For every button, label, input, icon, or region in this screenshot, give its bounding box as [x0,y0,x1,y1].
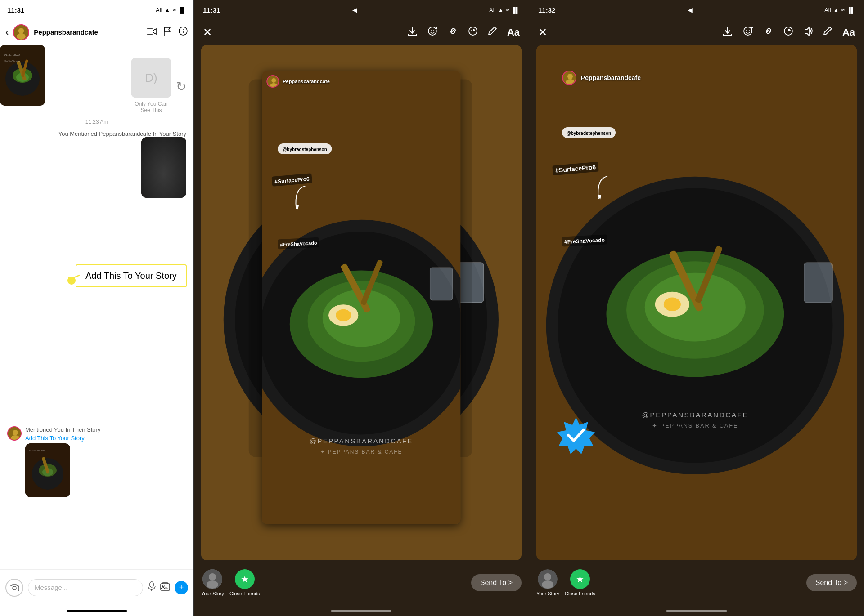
svg-text:✦ PEPPANS BAR & CAFE: ✦ PEPPANS BAR & CAFE [320,449,403,455]
story2-close-friends-label: Close Friends [565,591,595,596]
svg-point-73 [209,573,216,580]
story1-card-username: Peppansbarandcafe [283,79,330,84]
story1-network: All [489,7,495,13]
mic-icon[interactable] [148,581,156,594]
story1-status-icons: All ▲ ≈ ▐▌ [489,7,520,13]
story1-send-button[interactable]: Send To > [471,574,522,591]
story1-signal: ▲ [498,7,504,13]
dm-header: ‹ Peppansbarandcafe [0,20,194,45]
svg-text:@PEPPANSBARANDCAFE: @PEPPANSBARANDCAFE [642,411,748,419]
info-icon[interactable] [178,26,188,38]
story1-mention-tag: @bybradstephenson [278,143,332,154]
svg-point-33 [431,30,432,31]
story2-network: All [824,7,831,13]
svg-text:#SurfacePro6: #SurfacePro6 [29,449,45,452]
battery-icon: ▐▌ [178,7,186,13]
story-panel-1: 11:31 ◀ All ▲ ≈ ▐▌ ✕ A [194,0,529,616]
flag-icon[interactable] [164,27,171,38]
network-label: All [156,7,162,13]
story1-toolbar: ✕ Aa [194,20,529,45]
pen-icon-story2[interactable] [824,26,832,39]
story2-send-button[interactable]: Send To > [806,574,857,591]
sent-mention-thumbnail[interactable]: #SurfacePro6 #FreShaVocado [141,137,186,198]
story2-home-bar [666,610,727,612]
story2-avatar [562,71,576,85]
story2-toolbar: ✕ Aa [529,20,864,45]
your-story-avatar [202,569,222,589]
svg-point-31 [162,585,164,587]
text-tool-story2[interactable]: Aa [842,27,855,38]
back-button[interactable]: ‹ [5,27,9,38]
sticker-icon-story2[interactable] [783,26,794,39]
story2-time: 11:32 [538,6,555,14]
story1-close-friends[interactable]: ★ Close Friends [230,569,260,596]
refresh-icon[interactable]: ↻ [176,79,186,94]
home-indicator [0,605,194,616]
close-friends-label: Close Friends [230,591,260,596]
message-input[interactable]: Message... [28,579,143,596]
gallery-icon[interactable] [160,582,170,593]
story1-card-avatar [266,75,279,88]
add-emoji-icon-story2[interactable] [742,26,753,39]
link-icon-story2[interactable] [763,26,773,39]
received-thumbnail[interactable]: #SurfacePro6 [25,443,70,497]
msg-timestamp: 11:23 Am [0,119,194,125]
svg-point-34 [433,30,434,31]
add-emoji-icon-story1[interactable] [427,26,438,39]
download-icon-story2[interactable] [723,26,733,39]
story2-close-friends-icon: ★ [570,569,590,589]
add-button[interactable]: + [175,581,188,594]
link-icon-story1[interactable] [448,26,458,39]
close-button-story2[interactable]: ✕ [538,26,547,39]
svg-text:@PEPPANSBARANDCAFE: @PEPPANSBARANDCAFE [310,438,413,445]
story2-story-label: Your Story [536,591,559,596]
pen-icon-story1[interactable] [488,26,497,39]
svg-point-38 [471,30,472,31]
story2-your-story[interactable]: Your Story [536,569,559,596]
svg-point-75 [744,27,752,35]
story1-home-indicator [194,605,529,616]
svg-point-82 [789,30,790,31]
story2-send-label: Send To > [815,579,848,587]
video-call-icon[interactable] [147,27,157,37]
story2-close-friends[interactable]: ★ Close Friends [565,569,595,596]
volume-icon-story2[interactable] [804,26,814,39]
message-placeholder: Message... [35,584,68,591]
svg-marker-17 [68,277,72,282]
svg-point-102 [542,580,554,589]
svg-text:✦ PEPPANS BAR & CAFE: ✦ PEPPANS BAR & CAFE [652,422,738,429]
callout-arrow-line [68,271,82,286]
camera-button[interactable] [5,579,23,597]
svg-point-74 [207,580,218,589]
story1-inner-card: @PEPPANSBARANDCAFE ✦ PEPPANS BAR & CAFE … [262,71,460,524]
received-mention-text: Mentioned You In Their Story [25,426,100,433]
svg-point-101 [544,573,551,580]
unsent-placeholder: D) [131,58,171,98]
svg-point-27 [13,586,16,590]
contact-avatar [13,24,29,40]
download-icon-story1[interactable] [407,26,417,39]
add-story-link[interactable]: Add This To Your Story [25,435,100,442]
story2-status-icons: All ▲ ≈ ▐▌ [824,7,855,13]
received-msg-content: Mentioned You In Their Story Add This To… [25,426,100,497]
close-button-story1[interactable]: ✕ [203,26,212,39]
story1-your-story[interactable]: Your Story [201,569,224,596]
svg-point-76 [746,30,747,31]
text-tool-story1[interactable]: Aa [507,27,520,38]
story1-status-bar: 11:31 ◀ All ▲ ≈ ▐▌ [194,0,529,20]
dm-header-actions [147,26,188,38]
verified-badge-sticker[interactable] [556,415,596,457]
sticker-icon-story1[interactable] [468,26,478,39]
dm-input-bar: Message... + [0,569,194,605]
story2-wifi: ≈ [841,7,844,13]
your-story-label: Your Story [201,591,224,596]
svg-point-62 [336,309,351,321]
story2-mention-text: @bybradstephenson [567,131,611,136]
svg-rect-28 [150,582,153,587]
callout-text: Add This To Your Story [86,271,177,281]
signal-icon: ▲ [165,7,171,13]
story2-home-indicator [529,605,864,616]
only-you-text: Only You CanSee This [135,101,167,113]
dm-status-icons: All ▲ ≈ ▐▌ [156,7,186,13]
story1-send-label: Send To > [480,579,513,587]
